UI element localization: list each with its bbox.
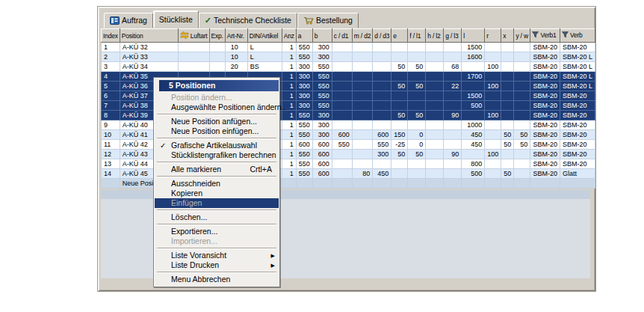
column-header-dd3[interactable]: d / d3 (373, 29, 391, 43)
cell-e (391, 52, 408, 62)
column-header-anz[interactable]: Anz (282, 29, 296, 43)
column-header-b[interactable]: b (312, 29, 332, 43)
cell-cd1: 600 (332, 130, 352, 140)
column-header-label: b (315, 32, 318, 40)
column-header-hl2[interactable]: h / l2 (426, 29, 444, 43)
menu-item-ausschneiden[interactable]: Ausschneiden (155, 179, 279, 189)
column-header-verb1[interactable]: Verb1 (530, 29, 560, 43)
cell-hl2 (426, 140, 444, 150)
cell-gl3 (444, 179, 462, 189)
cell-x (501, 91, 514, 101)
column-header-cd1[interactable]: c / d1 (332, 29, 352, 43)
column-header-verb2[interactable]: Verb (560, 29, 595, 43)
cell-index: 3 (102, 62, 120, 72)
cell-verb1: SBM-20 (530, 140, 560, 150)
column-header-l[interactable]: l (462, 29, 485, 43)
column-header-e[interactable]: e (391, 29, 408, 43)
cell-x (501, 52, 514, 62)
cell-e: -25 (391, 140, 408, 150)
tab-label: Technische Checkliste (214, 13, 291, 28)
menu-item-neue-position-anf-gen[interactable]: Neue Position anfügen... (155, 117, 279, 126)
cell-yw (514, 43, 530, 52)
menu-item-label: Kopieren (171, 189, 202, 198)
cell-fl1: 50 (408, 150, 426, 159)
tab-technische-checkliste[interactable]: ✓ Technische Checkliste (199, 13, 297, 28)
cell-exp (209, 43, 225, 52)
column-header-position[interactable]: Position (120, 29, 178, 43)
column-header-yw[interactable]: y / w (514, 29, 530, 43)
table-row[interactable]: 1A-KÜ 3210L15503001500SBM-20SBM-20 (102, 43, 595, 52)
column-header-label: l (463, 32, 465, 40)
cell-anz: 1 (282, 140, 296, 150)
menu-item-label: Menu Abbrechen (171, 275, 230, 284)
cell-verb2: SBM-20 (560, 111, 595, 120)
cell-index: 7 (102, 101, 120, 111)
column-header-fl1[interactable]: f / l1 (408, 29, 426, 43)
cell-verb2: SBM-20 L (560, 72, 595, 82)
cell-index: 2 (102, 52, 120, 62)
column-header-gl3[interactable]: g / l3 (444, 29, 462, 43)
menu-separator (157, 176, 276, 177)
cell-l: 1700 (462, 72, 485, 82)
cell-l: 450 (462, 140, 485, 150)
table-row[interactable]: 2A-KÜ 3310L15503001600SBM-20SBM-20 L (102, 52, 595, 62)
cell-r (485, 140, 501, 150)
cell-cd1 (332, 62, 352, 72)
cell-verb1: SBM-20 (530, 52, 560, 62)
menu-item-menu-abbrechen[interactable]: Menu Abbrechen (155, 275, 279, 284)
menu-item-l-schen[interactable]: Löschen... (155, 212, 279, 222)
cell-gl3 (444, 140, 462, 150)
table-row[interactable]: 3A-KÜ 3420BS1300550505068100SBM-20SBM-20… (102, 62, 595, 72)
column-header-luftart[interactable]: Luftart (178, 29, 209, 43)
menu-item-liste-voransicht[interactable]: Liste Voransicht▶ (155, 251, 279, 260)
cell-r (485, 179, 501, 189)
cell-x: 50 (501, 169, 514, 179)
menu-item-ausgew-hlte-positionen-ndern[interactable]: Ausgewählte Positionen ändern.. (155, 103, 279, 112)
cell-verb2 (560, 179, 595, 189)
cell-gl3: 22 (444, 82, 462, 91)
column-header-artnr[interactable]: Art-Nr. (225, 29, 247, 43)
column-header-md2[interactable]: m / d2 (352, 29, 372, 43)
menu-item-label: Stücklistengrafiken berechnen (171, 150, 276, 159)
column-header-label: Exp. (211, 32, 223, 40)
tab-auftrag[interactable]: Auftrag (104, 13, 153, 28)
cell-anz: 1 (282, 91, 296, 101)
menu-item-liste-drucken[interactable]: Liste Drucken▶ (155, 260, 279, 270)
cell-verb1: SBM-20 (530, 111, 560, 120)
cell-x (501, 111, 514, 120)
menu-item-exportieren[interactable]: Exportieren... (155, 227, 279, 236)
cell-b: 300 (312, 130, 332, 140)
menu-item-grafische-artikelauswahl[interactable]: ✓Grafische Artikelauswahl (155, 141, 279, 150)
auftrag-document-icon (110, 16, 120, 25)
cell-dd3 (373, 101, 391, 111)
tab-stueckliste[interactable]: Stückliste (153, 10, 199, 28)
cell-fl1: 0 (408, 140, 426, 150)
menu-item-neue-position-einf-gen[interactable]: Neue Position einfügen... (155, 126, 279, 136)
column-header-x[interactable]: x (501, 29, 514, 43)
column-header-r[interactable]: r (485, 29, 501, 43)
menu-item-alle-markieren[interactable]: Alle markierenCrtl+A (155, 165, 279, 174)
cell-hl2 (426, 52, 444, 62)
cell-yw (514, 150, 530, 159)
menu-item-st-cklistengrafiken-berechnen[interactable]: Stücklistengrafiken berechnen (155, 150, 279, 160)
column-header-a[interactable]: a (296, 29, 312, 43)
cell-hl2 (426, 62, 444, 72)
cell-yw (514, 52, 530, 62)
tab-bestellung[interactable]: Bestellung (297, 13, 359, 28)
cell-index: 5 (102, 82, 120, 91)
cell-dd3 (373, 52, 391, 62)
menu-item-kopieren[interactable]: Kopieren (155, 189, 279, 198)
cell-x (501, 179, 514, 189)
column-header-din[interactable]: DIN/Artikel (247, 29, 282, 43)
cell-b: 550 (312, 72, 332, 82)
column-header-exp[interactable]: Exp. (209, 29, 225, 43)
cell-hl2 (426, 150, 444, 159)
column-header-index[interactable]: Index (102, 29, 120, 43)
cell-a: 550 (296, 159, 312, 169)
cell-dd3: 450 (373, 169, 391, 179)
cell-b: 600 (312, 159, 332, 169)
cell-hl2 (426, 91, 444, 101)
cell-verb2: SBM-20 L (560, 52, 595, 62)
cell-artnr: 10 (225, 52, 247, 62)
menu-item-label: Liste Drucken (171, 260, 219, 269)
